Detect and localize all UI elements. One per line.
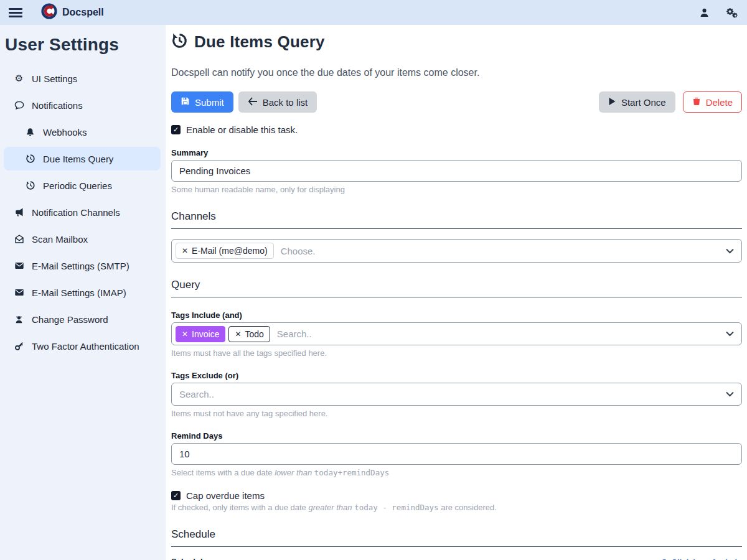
remove-chip-icon[interactable]: ✕ bbox=[182, 330, 188, 338]
bullhorn-icon bbox=[14, 207, 24, 218]
schedule-header: Schedule bbox=[171, 528, 742, 547]
history-icon bbox=[171, 32, 188, 52]
gears-icon[interactable] bbox=[726, 7, 738, 18]
sidebar-item-change-password[interactable]: Change Password bbox=[4, 307, 161, 331]
sidebar-item-due-items-query[interactable]: Due Items Query bbox=[4, 147, 161, 170]
page-title: Due Items Query bbox=[194, 32, 325, 52]
cap-overdue-label: Cap overdue items bbox=[186, 490, 265, 501]
submit-button[interactable]: Submit bbox=[171, 91, 233, 113]
start-once-button[interactable]: Start Once bbox=[599, 91, 675, 113]
channel-chip[interactable]: ✕ E-Mail (me@demo) bbox=[176, 243, 274, 259]
enable-task-checkbox[interactable]: ✓ bbox=[171, 125, 181, 134]
tags-exclude-hint: Items must not have any tag specified he… bbox=[171, 409, 742, 418]
remove-chip-icon[interactable]: ✕ bbox=[182, 246, 188, 255]
cap-overdue-hint: If checked, only items with a due date g… bbox=[171, 503, 742, 512]
sidebar-item-notification-channels[interactable]: Notification Channels bbox=[4, 200, 161, 224]
brand[interactable]: Docspell bbox=[41, 3, 104, 22]
sidebar-title: User Settings bbox=[4, 30, 163, 63]
remove-chip-icon[interactable]: ✕ bbox=[235, 330, 241, 338]
chevron-down-icon[interactable] bbox=[726, 248, 734, 254]
key-icon bbox=[14, 341, 24, 352]
schedule-help-link[interactable]: ? Click here for help bbox=[661, 557, 742, 560]
sidebar: User Settings ⚙ UI Settings Notification… bbox=[0, 25, 166, 560]
user-icon[interactable] bbox=[699, 7, 710, 18]
channels-header: Channels bbox=[171, 210, 742, 229]
tags-include-label: Tags Include (and) bbox=[171, 310, 742, 320]
bell-icon bbox=[25, 127, 35, 138]
sidebar-item-notifications[interactable]: Notifications bbox=[4, 93, 161, 117]
enable-task-label: Enable or disable this task. bbox=[186, 124, 298, 135]
comment-icon bbox=[14, 100, 24, 111]
docspell-logo-icon bbox=[41, 3, 57, 22]
sidebar-item-email-smtp[interactable]: E-Mail Settings (SMTP) bbox=[4, 254, 161, 278]
arrow-left-icon bbox=[248, 97, 258, 108]
delete-button[interactable]: Delete bbox=[683, 91, 742, 113]
sidebar-item-email-imap[interactable]: E-Mail Settings (IMAP) bbox=[4, 281, 161, 304]
channels-placeholder: Choose. bbox=[281, 246, 316, 256]
tags-exclude-label: Tags Exclude (or) bbox=[171, 371, 742, 380]
tags-exclude-placeholder: Search.. bbox=[179, 389, 214, 399]
user-secret-icon bbox=[14, 314, 24, 325]
remind-days-label: Remind Days bbox=[171, 431, 742, 441]
tags-exclude-select[interactable]: Search.. bbox=[171, 383, 742, 406]
tag-chip-invoice[interactable]: ✕ Invoice bbox=[176, 326, 225, 342]
tag-chip-todo[interactable]: ✕ Todo bbox=[228, 326, 270, 342]
tags-include-hint: Items must have all the tags specified h… bbox=[171, 348, 742, 358]
play-icon bbox=[608, 97, 616, 108]
question-icon: ? bbox=[661, 557, 667, 560]
history-icon bbox=[25, 154, 35, 164]
main-content: Due Items Query Docspell can notify you … bbox=[166, 25, 747, 560]
back-to-list-button[interactable]: Back to list bbox=[238, 91, 317, 113]
sidebar-item-ui-settings[interactable]: ⚙ UI Settings bbox=[4, 67, 161, 90]
trash-icon bbox=[692, 96, 701, 108]
sidebar-item-webhooks[interactable]: Webhooks bbox=[4, 120, 161, 144]
schedule-label: Schedule bbox=[171, 557, 207, 560]
brand-name: Docspell bbox=[62, 7, 104, 18]
page: Docspell User Settings ⚙ bbox=[0, 0, 747, 560]
tags-include-placeholder: Search.. bbox=[277, 329, 312, 339]
sidebar-item-two-factor[interactable]: Two Factor Authentication bbox=[4, 334, 161, 358]
cap-overdue-checkbox[interactable]: ✓ bbox=[171, 491, 181, 500]
history-icon bbox=[25, 180, 35, 191]
chevron-down-icon[interactable] bbox=[726, 331, 734, 337]
summary-label: Summary bbox=[171, 148, 742, 157]
envelope-icon bbox=[14, 261, 24, 271]
gear-icon: ⚙ bbox=[14, 73, 24, 84]
envelope-icon bbox=[14, 287, 24, 298]
sidebar-item-scan-mailbox[interactable]: Scan Mailbox bbox=[4, 227, 161, 251]
tags-include-select[interactable]: ✕ Invoice ✕ Todo Search.. bbox=[171, 322, 742, 345]
sidebar-item-periodic-queries[interactable]: Periodic Queries bbox=[4, 174, 161, 197]
remind-days-hint: Select items with a due date lower than … bbox=[171, 468, 742, 477]
summary-hint: Some human readable name, only for displ… bbox=[171, 185, 742, 194]
save-icon bbox=[181, 96, 190, 108]
remind-days-input[interactable] bbox=[171, 443, 742, 465]
page-description: Docspell can notify you once the due dat… bbox=[171, 67, 742, 78]
channels-select[interactable]: ✕ E-Mail (me@demo) Choose. bbox=[171, 239, 742, 263]
top-navbar: Docspell bbox=[0, 0, 747, 25]
envelope-open-icon bbox=[14, 234, 24, 245]
chevron-down-icon[interactable] bbox=[726, 391, 734, 397]
menu-icon[interactable] bbox=[9, 8, 22, 17]
summary-input[interactable] bbox=[171, 160, 742, 182]
query-header: Query bbox=[171, 279, 742, 297]
